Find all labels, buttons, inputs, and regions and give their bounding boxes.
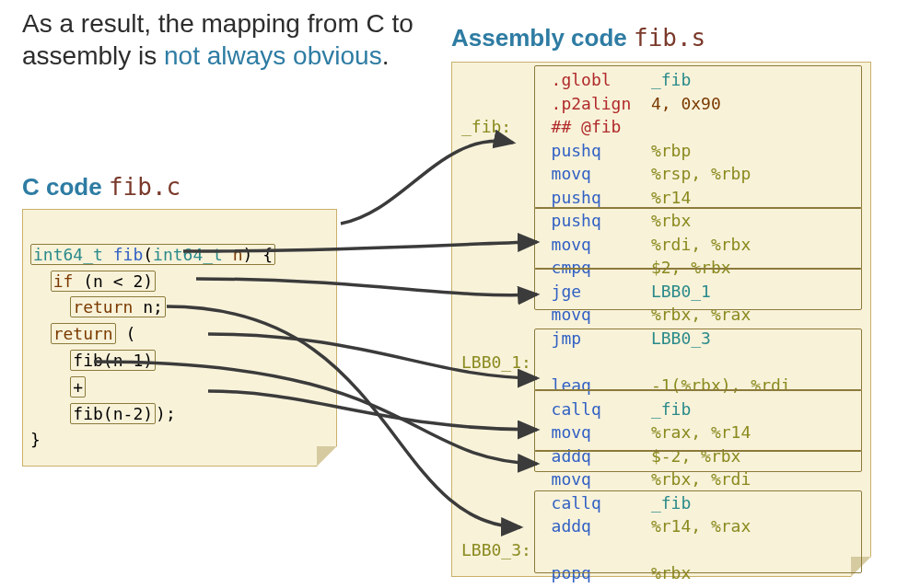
- asm-line: movq %rsp, %rbp: [461, 164, 751, 183]
- asm-op: pushq: [552, 141, 651, 160]
- asm-line: LBB0_1:: [461, 352, 651, 372]
- asm-label: [461, 235, 552, 254]
- asm-args: %r14, %rax: [651, 516, 751, 536]
- asm-line: jmp LBB0_3: [461, 329, 711, 348]
- intro-text: As a result, the mapping from C to assem…: [22, 7, 446, 72]
- asm-line: _fib: ## @fib: [461, 117, 651, 136]
- c-code-label: C code: [22, 173, 102, 201]
- asm-line: .p2align 4, 0x90: [461, 94, 721, 113]
- asm-args: LBB0_3: [651, 329, 711, 348]
- c-return: return: [51, 323, 116, 344]
- asm-args: 4, 0x90: [651, 94, 721, 113]
- asm-line: LBB0_3:: [461, 540, 651, 559]
- asm-label: [461, 258, 552, 277]
- asm-line: popq %rbx: [461, 563, 691, 582]
- asm-line: jge LBB0_1: [461, 282, 711, 301]
- asm-line: callq _fib: [461, 493, 691, 513]
- asm-op: callq: [552, 493, 651, 513]
- c-signature: int64_t fib(int64_t n) {: [30, 244, 275, 265]
- asm-op: jge: [552, 282, 651, 301]
- intro-suffix: .: [382, 41, 390, 70]
- asm-label: [461, 446, 552, 466]
- asm-line: addq %r14, %rax: [461, 516, 751, 536]
- asm-label: [461, 188, 552, 207]
- asm-args: _fib: [651, 493, 691, 513]
- asm-label: [461, 493, 552, 513]
- asm-line: leaq -1(%rbx), %rdi: [461, 375, 791, 395]
- c-call-fib-n-2: fib(n-2): [70, 403, 156, 424]
- asm-code-label: Assembly code: [451, 24, 627, 52]
- asm-label: LBB0_3:: [461, 540, 552, 559]
- asm-args: -1(%rbx), %rdi: [651, 375, 791, 395]
- asm-op: movq: [552, 305, 651, 324]
- asm-op: movq: [552, 469, 651, 489]
- asm-op: .p2align: [552, 94, 651, 113]
- asm-args: $2, %rbx: [651, 258, 731, 277]
- asm-op: movq: [552, 422, 651, 442]
- asm-op: movq: [552, 235, 651, 254]
- asm-op: [552, 540, 651, 559]
- asm-op: popq: [552, 563, 651, 582]
- asm-label: [461, 563, 552, 582]
- page-fold-icon: [851, 557, 871, 577]
- page-fold-icon: [317, 446, 337, 467]
- intro-highlight: not always obvious: [164, 41, 382, 70]
- asm-line: addq $-2, %rbx: [461, 446, 740, 466]
- asm-code-title: Assembly code fib.s: [451, 24, 705, 52]
- asm-line: movq %rbx, %rdi: [461, 469, 751, 489]
- asm-line: pushq %r14: [461, 188, 691, 207]
- asm-args: %rbx, %rdi: [651, 469, 751, 489]
- asm-args: _fib: [651, 399, 691, 419]
- asm-label: [461, 164, 552, 183]
- asm-op: jmp: [552, 329, 651, 348]
- asm-args: %rbp: [651, 141, 691, 160]
- asm-args: %rbx, %rax: [651, 305, 751, 324]
- asm-op: pushq: [552, 211, 651, 230]
- asm-code-box: .globl _fib .p2align 4, 0x90 _fib: ## @f…: [451, 62, 871, 577]
- c-if-cond: if (n < 2): [51, 271, 156, 292]
- c-plus: +: [70, 376, 86, 398]
- asm-op: callq: [552, 399, 651, 419]
- c-code-title: C code fib.c: [22, 173, 181, 202]
- asm-op: cmpq: [552, 258, 651, 277]
- asm-op: ## @fib: [552, 117, 651, 136]
- asm-op: [552, 352, 651, 372]
- asm-line: cmpq $2, %rbx: [461, 258, 731, 277]
- asm-code-filename: fib.s: [634, 24, 705, 52]
- asm-op: pushq: [552, 188, 651, 207]
- asm-args: _fib: [651, 70, 691, 89]
- asm-op: addq: [552, 516, 651, 536]
- asm-args: %rsp, %rbp: [651, 164, 751, 183]
- asm-label: [461, 329, 552, 348]
- asm-label: [461, 422, 552, 442]
- asm-label: [461, 282, 552, 301]
- asm-op: movq: [552, 164, 651, 183]
- asm-line: pushq %rbp: [461, 141, 691, 160]
- asm-line: callq _fib: [461, 399, 691, 419]
- asm-args: %rbx: [651, 211, 691, 230]
- asm-label: [461, 211, 552, 230]
- asm-args: %r14: [651, 188, 691, 207]
- asm-line: pushq %rbx: [461, 211, 691, 230]
- asm-label: [461, 305, 552, 324]
- asm-label: [461, 399, 552, 419]
- asm-label: [461, 469, 552, 489]
- asm-line: movq %rbx, %rax: [461, 305, 751, 324]
- asm-args: $-2, %rbx: [651, 446, 741, 466]
- asm-op: .globl: [552, 70, 651, 89]
- c-return-n: return n;: [70, 296, 166, 317]
- c-code-filename: fib.c: [109, 173, 181, 201]
- asm-args: %rbx: [651, 563, 691, 582]
- asm-op: leaq: [552, 375, 651, 395]
- asm-label: [461, 141, 552, 160]
- asm-label: [461, 70, 552, 89]
- c-code-box: int64_t fib(int64_t n) { if (n < 2) retu…: [22, 209, 337, 467]
- asm-label: [461, 375, 552, 395]
- asm-label: [461, 516, 552, 536]
- asm-args: %rax, %r14: [651, 422, 751, 442]
- asm-args: LBB0_1: [651, 282, 711, 301]
- asm-label: LBB0_1:: [461, 352, 552, 372]
- asm-line: .globl _fib: [461, 70, 691, 89]
- asm-line: movq %rax, %r14: [461, 422, 751, 442]
- asm-args: %rdi, %rbx: [651, 235, 751, 254]
